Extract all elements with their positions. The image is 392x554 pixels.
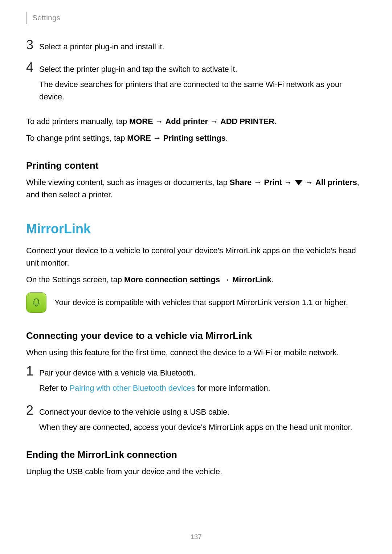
step-number: 1 <box>26 365 39 378</box>
step-number: 2 <box>26 404 39 417</box>
text: To add printers manually, tap <box>26 117 129 126</box>
ending-text: Unplug the USB cable from your device an… <box>26 465 366 478</box>
text: Refer to <box>39 383 69 393</box>
text: for more information. <box>195 383 270 393</box>
label-add-printer-caps: ADD PRINTER <box>220 117 274 126</box>
text: On the Settings screen, tap <box>26 275 124 284</box>
arrow: → <box>303 178 315 187</box>
note: Your device is compatible with vehicles … <box>26 292 366 313</box>
step-text: Select the printer plug-in and tap the s… <box>39 63 366 75</box>
arrow: → <box>252 178 264 187</box>
label-more: MORE <box>127 134 151 143</box>
page-header: Settings <box>26 0 366 24</box>
text: . <box>226 134 228 143</box>
arrow: → <box>208 117 220 126</box>
note-bell-icon <box>26 292 46 313</box>
step-text: Refer to Pairing with other Bluetooth de… <box>39 382 366 394</box>
bell-icon <box>31 297 42 308</box>
label-share: Share <box>230 178 252 187</box>
label-printing-settings: Printing settings <box>163 134 226 143</box>
arrow: → <box>153 117 166 126</box>
text: . <box>271 275 274 284</box>
add-printers-line: To add printers manually, tap MORE → Add… <box>26 115 366 128</box>
label-mirrorlink: MirrorLink <box>232 275 271 284</box>
page-content: 3 Select a printer plug-in and install i… <box>26 38 366 478</box>
step-body: Select a printer plug-in and install it. <box>39 41 366 56</box>
printing-content-text: While viewing content, such as images or… <box>26 176 366 201</box>
dropdown-triangle-icon <box>295 180 302 185</box>
subheading-printing-content: Printing content <box>26 160 366 171</box>
label-more: MORE <box>129 117 153 126</box>
step-text: Pair your device with a vehicle via Blue… <box>39 367 366 379</box>
arrow: → <box>151 134 163 143</box>
subheading-ending: Ending the MirrorLink connection <box>26 449 366 460</box>
mirrorlink-nav: On the Settings screen, tap More connect… <box>26 274 366 286</box>
numbered-step: 1 Pair your device with a vehicle via Bl… <box>26 365 366 397</box>
step-body: Pair your device with a vehicle via Blue… <box>39 367 366 397</box>
header-title: Settings <box>32 13 60 22</box>
subheading-connecting: Connecting your device to a vehicle via … <box>26 330 366 341</box>
step-body: Connect your device to the vehicle using… <box>39 406 366 436</box>
label-print: Print <box>264 178 282 187</box>
numbered-step: 2 Connect your device to the vehicle usi… <box>26 404 366 436</box>
label-all-printers: All printers <box>315 178 357 187</box>
page-number: 137 <box>0 533 392 541</box>
step-number: 3 <box>26 38 39 52</box>
label-more-connection-settings: More connection settings <box>124 275 220 284</box>
step-number: 4 <box>26 61 39 74</box>
text: While viewing content, such as images or… <box>26 178 230 187</box>
step-text: Connect your device to the vehicle using… <box>39 406 366 418</box>
mirrorlink-intro: Connect your device to a vehicle to cont… <box>26 245 366 269</box>
numbered-step: 4 Select the printer plug-in and tap the… <box>26 61 366 106</box>
numbered-step: 3 Select a printer plug-in and install i… <box>26 38 366 56</box>
change-settings-line: To change print settings, tap MORE → Pri… <box>26 132 366 144</box>
header-divider <box>26 12 26 24</box>
link-pairing-bluetooth[interactable]: Pairing with other Bluetooth devices <box>69 383 195 393</box>
arrow: → <box>282 178 294 187</box>
step-text: Select a printer plug-in and install it. <box>39 41 366 53</box>
step-text: When they are connected, access your dev… <box>39 421 366 434</box>
step-text: The device searches for printers that ar… <box>39 78 366 103</box>
note-text: Your device is compatible with vehicles … <box>54 296 348 309</box>
text: To change print settings, tap <box>26 134 127 143</box>
connect-intro: When using this feature for the first ti… <box>26 346 366 359</box>
text: . <box>274 117 277 126</box>
page: Settings 3 Select a printer plug-in and … <box>0 0 392 554</box>
step-body: Select the printer plug-in and tap the s… <box>39 63 366 106</box>
arrow: → <box>220 275 232 284</box>
section-heading-mirrorlink: MirrorLink <box>26 221 366 237</box>
label-add-printer: Add printer <box>166 117 208 126</box>
